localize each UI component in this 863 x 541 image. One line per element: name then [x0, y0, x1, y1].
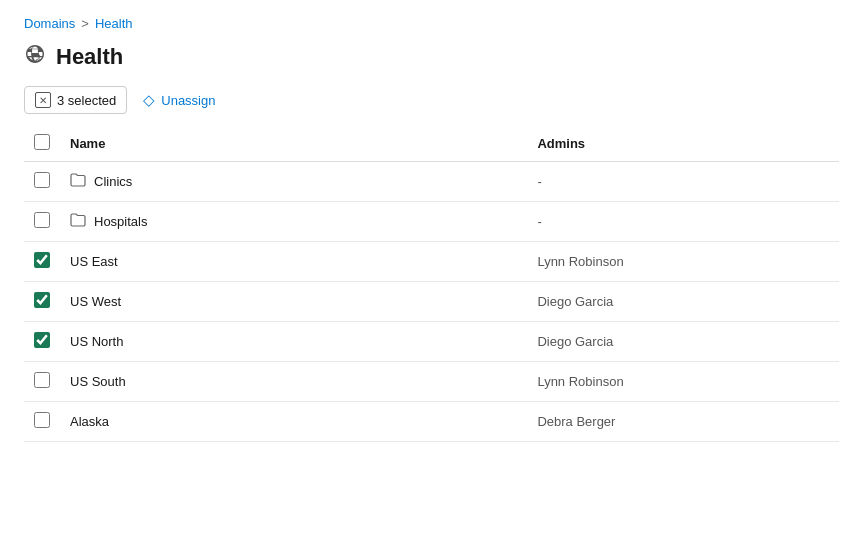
table-header-row: Name Admins	[24, 126, 839, 162]
row-admins-cell: -	[527, 202, 839, 242]
row-admins-cell: Lynn Robinson	[527, 362, 839, 402]
row-checkbox-5[interactable]	[34, 332, 50, 348]
toolbar: ✕ 3 selected ◇ Unassign	[24, 86, 839, 114]
selected-count-label: 3 selected	[57, 93, 116, 108]
unassign-button[interactable]: ◇ Unassign	[139, 86, 219, 114]
unassign-icon: ◇	[143, 91, 155, 109]
folder-icon	[70, 213, 86, 230]
page-header: Health	[24, 43, 839, 70]
row-checkbox-cell	[24, 362, 60, 402]
selected-button[interactable]: ✕ 3 selected	[24, 86, 127, 114]
header-checkbox-cell	[24, 126, 60, 162]
row-name-cell: US South	[60, 362, 527, 402]
row-checkbox-cell	[24, 242, 60, 282]
row-admins-cell: Diego Garcia	[527, 322, 839, 362]
row-name-cell: US West	[60, 282, 527, 322]
header-admins: Admins	[527, 126, 839, 162]
row-checkbox-6[interactable]	[34, 372, 50, 388]
row-name-cell: US North	[60, 322, 527, 362]
row-name-cell: Clinics	[60, 162, 527, 202]
table-row: US SouthLynn Robinson	[24, 362, 839, 402]
row-checkbox-4[interactable]	[34, 292, 50, 308]
row-name-cell: Alaska	[60, 402, 527, 442]
row-checkbox-cell	[24, 282, 60, 322]
table-row: US WestDiego Garcia	[24, 282, 839, 322]
row-checkbox-7[interactable]	[34, 412, 50, 428]
row-name-text: US East	[70, 254, 118, 269]
row-admins-cell: Debra Berger	[527, 402, 839, 442]
row-checkbox-cell	[24, 402, 60, 442]
row-checkbox-2[interactable]	[34, 212, 50, 228]
domain-table: Name Admins Clinics-Hospitals-US EastLyn…	[24, 126, 839, 442]
row-name-text: Alaska	[70, 414, 109, 429]
breadcrumb: Domains > Health	[24, 16, 839, 31]
row-checkbox-cell	[24, 162, 60, 202]
domain-icon	[24, 43, 46, 70]
table-row: US NorthDiego Garcia	[24, 322, 839, 362]
folder-icon	[70, 173, 86, 190]
header-name: Name	[60, 126, 527, 162]
row-admins-cell: -	[527, 162, 839, 202]
table-row: Hospitals-	[24, 202, 839, 242]
breadcrumb-parent[interactable]: Domains	[24, 16, 75, 31]
breadcrumb-current: Health	[95, 16, 133, 31]
select-all-checkbox[interactable]	[34, 134, 50, 150]
table-row: Clinics-	[24, 162, 839, 202]
page-title: Health	[56, 44, 123, 70]
row-name-cell: Hospitals	[60, 202, 527, 242]
table-row: US EastLynn Robinson	[24, 242, 839, 282]
breadcrumb-separator: >	[81, 16, 89, 31]
row-name-text: Hospitals	[94, 214, 147, 229]
row-checkbox-cell	[24, 322, 60, 362]
row-checkbox-1[interactable]	[34, 172, 50, 188]
row-admins-cell: Diego Garcia	[527, 282, 839, 322]
row-name-text: US South	[70, 374, 126, 389]
row-name-text: US North	[70, 334, 123, 349]
unassign-label: Unassign	[161, 93, 215, 108]
table-row: AlaskaDebra Berger	[24, 402, 839, 442]
row-checkbox-cell	[24, 202, 60, 242]
row-admins-cell: Lynn Robinson	[527, 242, 839, 282]
x-icon: ✕	[35, 92, 51, 108]
row-checkbox-3[interactable]	[34, 252, 50, 268]
row-name-text: Clinics	[94, 174, 132, 189]
row-name-cell: US East	[60, 242, 527, 282]
row-name-text: US West	[70, 294, 121, 309]
